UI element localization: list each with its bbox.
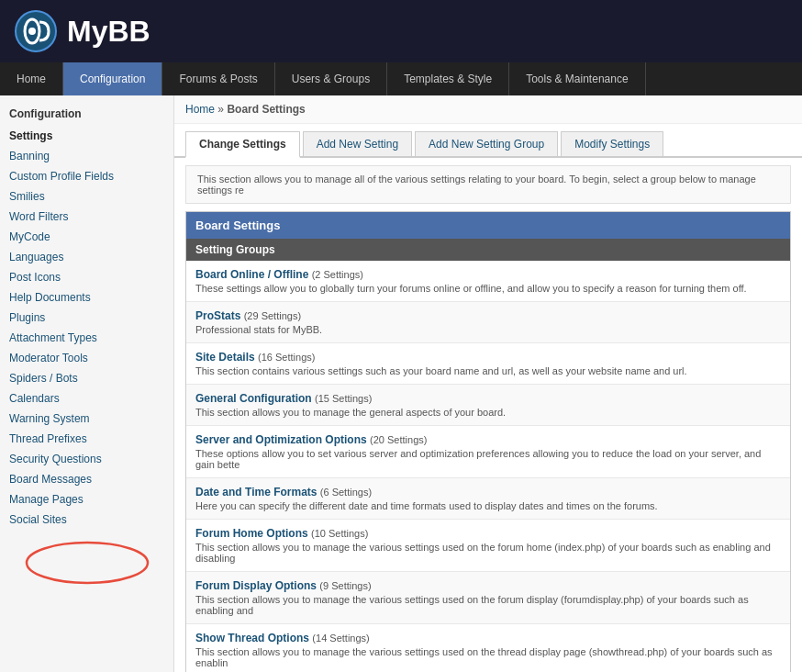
group-row-general-configuration: General Configuration (15 Settings) This… xyxy=(186,385,790,426)
sidebar-item-custom-profile-fields[interactable]: Custom Profile Fields xyxy=(0,166,173,186)
sidebar-item-word-filters[interactable]: Word Filters xyxy=(0,207,173,227)
group-link-prostats[interactable]: ProStats xyxy=(195,309,240,322)
group-desc-forum-display-options: This section allows you to manage the va… xyxy=(195,594,781,616)
group-row-forum-display-options: Forum Display Options (9 Settings) This … xyxy=(186,572,790,624)
sidebar-item-plugins[interactable]: Plugins xyxy=(0,308,173,328)
breadcrumb-separator: » xyxy=(217,103,224,116)
group-link-general-configuration[interactable]: General Configuration xyxy=(195,392,312,405)
group-count-date-time-formats: (6 Settings) xyxy=(320,487,372,498)
group-link-forum-home-options[interactable]: Forum Home Options xyxy=(195,527,308,540)
oval-highlight xyxy=(23,539,151,587)
sidebar-item-spiders-bots[interactable]: Spiders / Bots xyxy=(0,368,173,388)
group-count-general-configuration: (15 Settings) xyxy=(315,393,372,404)
tab-change-settings[interactable]: Change Settings xyxy=(185,131,300,158)
group-desc-forum-home-options: This section allows you to manage the va… xyxy=(195,542,781,564)
breadcrumb-home[interactable]: Home xyxy=(185,103,215,116)
sidebar-item-languages[interactable]: Languages xyxy=(0,247,173,267)
sidebar-item-warning-system[interactable]: Warning System xyxy=(0,409,173,429)
nav-tools-maintenance[interactable]: Tools & Maintenance xyxy=(509,62,645,95)
header: MyBB xyxy=(0,0,802,62)
group-count-server-optimization: (20 Settings) xyxy=(370,434,427,445)
group-title-show-thread-options: Show Thread Options (14 Settings) xyxy=(195,632,781,644)
sidebar-item-banning[interactable]: Banning xyxy=(0,146,173,166)
group-row-server-optimization: Server and Optimization Options (20 Sett… xyxy=(186,426,790,478)
nav-configuration[interactable]: Configuration xyxy=(63,62,162,95)
group-title-general-configuration: General Configuration (15 Settings) xyxy=(195,392,781,405)
setting-groups-header: Setting Groups xyxy=(186,239,790,261)
tabs-bar: Change Settings Add New Setting Add New … xyxy=(174,124,802,158)
nav-users-groups[interactable]: Users & Groups xyxy=(275,62,387,95)
logo-text: MyBB xyxy=(67,15,150,49)
sidebar-item-calendars[interactable]: Calendars xyxy=(0,388,173,409)
nav-forums-posts[interactable]: Forums & Posts xyxy=(162,62,274,95)
group-link-date-time-formats[interactable]: Date and Time Formats xyxy=(195,486,317,498)
group-row-forum-home-options: Forum Home Options (10 Settings) This se… xyxy=(186,520,790,572)
sidebar-item-board-messages[interactable]: Board Messages xyxy=(0,469,173,489)
group-link-board-online-offline[interactable]: Board Online / Offline xyxy=(195,268,308,281)
nav-home[interactable]: Home xyxy=(0,62,63,95)
group-link-server-optimization[interactable]: Server and Optimization Options xyxy=(195,433,367,446)
group-desc-board-online-offline: These settings allow you to globally tur… xyxy=(195,283,781,294)
main-content: Home » Board Settings Change Settings Ad… xyxy=(174,95,802,672)
sidebar-item-security-questions[interactable]: Security Questions xyxy=(0,449,173,469)
group-desc-prostats: Professional stats for MyBB. xyxy=(195,324,781,335)
group-title-prostats: ProStats (29 Settings) xyxy=(195,309,781,322)
navbar: Home Configuration Forums & Posts Users … xyxy=(0,62,802,95)
group-link-show-thread-options[interactable]: Show Thread Options xyxy=(195,632,309,644)
group-title-forum-display-options: Forum Display Options (9 Settings) xyxy=(195,579,781,592)
section-header: Board Settings xyxy=(186,212,790,239)
group-row-site-details: Site Details (16 Settings) This section … xyxy=(186,343,790,385)
tab-modify-settings[interactable]: Modify Settings xyxy=(561,131,663,156)
group-count-board-online-offline: (2 Settings) xyxy=(312,269,363,280)
group-desc-date-time-formats: Here you can specify the different date … xyxy=(195,500,781,511)
sidebar-item-social-sites[interactable]: Social Sites xyxy=(0,510,173,530)
group-title-forum-home-options: Forum Home Options (10 Settings) xyxy=(195,527,781,540)
nav-templates-style[interactable]: Templates & Style xyxy=(387,62,509,95)
tab-add-new-setting[interactable]: Add New Setting xyxy=(303,131,412,156)
sidebar-section-title: Settings xyxy=(0,124,173,146)
group-desc-show-thread-options: This section allows you to manage the va… xyxy=(195,646,781,668)
logo: MyBB xyxy=(14,9,150,53)
sidebar-item-moderator-tools[interactable]: Moderator Tools xyxy=(0,348,173,368)
group-desc-general-configuration: This section allows you to manage the ge… xyxy=(195,407,781,418)
sidebar: Configuration Settings Banning Custom Pr… xyxy=(0,95,174,672)
group-row-board-online-offline: Board Online / Offline (2 Settings) Thes… xyxy=(186,261,790,302)
group-link-forum-display-options[interactable]: Forum Display Options xyxy=(195,579,317,592)
group-row-prostats: ProStats (29 Settings) Professional stat… xyxy=(186,302,790,343)
sidebar-item-manage-pages[interactable]: Manage Pages xyxy=(0,489,173,510)
tab-add-new-setting-group[interactable]: Add New Setting Group xyxy=(415,131,558,156)
group-count-forum-home-options: (10 Settings) xyxy=(311,528,368,539)
group-count-site-details: (16 Settings) xyxy=(258,352,315,363)
info-bar: This section allows you to manage all of… xyxy=(185,165,791,204)
sidebar-item-help-documents[interactable]: Help Documents xyxy=(0,287,173,308)
group-desc-server-optimization: These options allow you to set various s… xyxy=(195,448,781,470)
group-link-site-details[interactable]: Site Details xyxy=(195,351,255,364)
breadcrumb-current: Board Settings xyxy=(227,103,305,116)
sidebar-item-smilies[interactable]: Smilies xyxy=(0,186,173,207)
group-row-date-time-formats: Date and Time Formats (6 Settings) Here … xyxy=(186,478,790,520)
sidebar-item-post-icons[interactable]: Post Icons xyxy=(0,267,173,287)
sidebar-item-mycode[interactable]: MyCode xyxy=(0,227,173,247)
sidebar-heading: Configuration xyxy=(0,100,173,124)
group-row-show-thread-options: Show Thread Options (14 Settings) This s… xyxy=(186,624,790,672)
settings-section: Board Settings Setting Groups Board Onli… xyxy=(185,211,791,672)
logo-icon xyxy=(14,9,58,53)
group-title-server-optimization: Server and Optimization Options (20 Sett… xyxy=(195,433,781,446)
svg-point-3 xyxy=(27,543,148,583)
group-title-date-time-formats: Date and Time Formats (6 Settings) xyxy=(195,486,781,498)
group-desc-site-details: This section contains various settings s… xyxy=(195,365,781,376)
group-count-show-thread-options: (14 Settings) xyxy=(312,633,369,644)
content: Configuration Settings Banning Custom Pr… xyxy=(0,95,802,672)
group-count-forum-display-options: (9 Settings) xyxy=(319,580,371,591)
svg-point-2 xyxy=(28,28,36,35)
group-count-prostats: (29 Settings) xyxy=(244,310,301,321)
sidebar-item-thread-prefixes[interactable]: Thread Prefixes xyxy=(0,429,173,449)
sidebar-item-attachment-types[interactable]: Attachment Types xyxy=(0,328,173,348)
group-title-site-details: Site Details (16 Settings) xyxy=(195,351,781,364)
breadcrumb: Home » Board Settings xyxy=(174,95,802,124)
group-title-board-online-offline: Board Online / Offline (2 Settings) xyxy=(195,268,781,281)
